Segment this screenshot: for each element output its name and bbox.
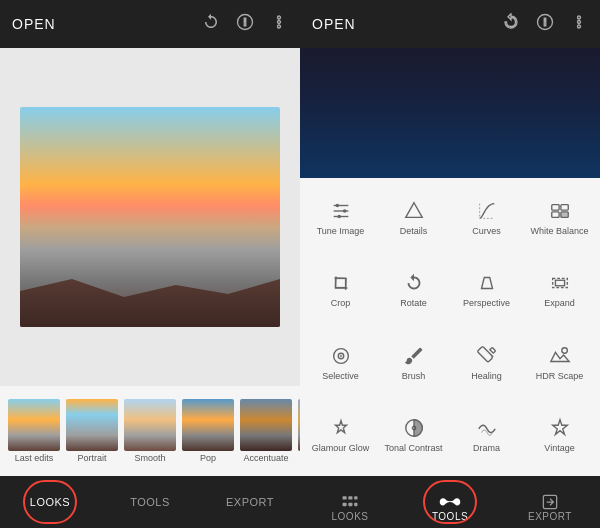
curves-icon	[476, 200, 498, 222]
svg-rect-26	[343, 496, 347, 499]
tool-healing[interactable]: Healing	[450, 327, 523, 400]
tool-hdr-scape[interactable]: HDR Scape	[523, 327, 596, 400]
svg-point-21	[561, 348, 567, 354]
brush-icon	[403, 345, 425, 367]
thumb-label-smooth: Smooth	[134, 453, 165, 463]
right-tab-tools-label: TOOLS	[432, 511, 468, 522]
tool-curves[interactable]: Curves	[450, 182, 523, 255]
tool-brush[interactable]: Brush	[377, 327, 450, 400]
left-image-area	[0, 48, 300, 386]
tool-glamour-glow-label: Glamour Glow	[312, 443, 370, 454]
thumb-img-smooth	[124, 399, 176, 451]
right-title: OPEN	[312, 16, 486, 32]
tool-selective-label: Selective	[322, 371, 359, 382]
svg-marker-6	[405, 203, 422, 218]
tool-white-balance[interactable]: White Balance	[523, 182, 596, 255]
thumb-label-accentuate: Accentuate	[243, 453, 288, 463]
svg-rect-10	[560, 204, 567, 210]
tool-tune-image[interactable]: Tune Image	[304, 182, 377, 255]
thumb-label-portrait: Portrait	[77, 453, 106, 463]
svg-marker-20	[550, 352, 568, 361]
svg-rect-16	[555, 281, 564, 287]
left-top-bar: OPEN	[0, 0, 300, 48]
tool-perspective[interactable]: Perspective	[450, 255, 523, 328]
tool-details[interactable]: Details	[377, 182, 450, 255]
svg-rect-13	[335, 279, 345, 288]
svg-rect-27	[348, 496, 352, 499]
tool-perspective-label: Perspective	[463, 298, 510, 309]
tool-tune-image-label: Tune Image	[317, 226, 365, 237]
info-icon[interactable]	[236, 13, 254, 36]
tool-crop-label: Crop	[331, 298, 351, 309]
svg-point-5	[337, 215, 341, 219]
expand-icon	[549, 272, 571, 294]
svg-rect-9	[551, 204, 558, 210]
tool-expand-label: Expand	[544, 298, 575, 309]
right-dark-bg	[300, 48, 600, 178]
left-panel: OPEN Last edits Port	[0, 0, 300, 528]
thumb-smooth[interactable]: Smooth	[124, 399, 176, 463]
right-more-icon[interactable]	[570, 13, 588, 36]
left-title: OPEN	[12, 16, 186, 32]
thumbnails-row[interactable]: Last edits Portrait Smooth Pop Accentuat…	[0, 386, 300, 476]
rotate-icon[interactable]	[202, 13, 220, 36]
thumb-accentuate[interactable]: Accentuate	[240, 399, 292, 463]
glamour-glow-icon	[330, 417, 352, 439]
right-tab-tools[interactable]: TOOLS	[400, 476, 500, 528]
thumb-img-accentuate	[240, 399, 292, 451]
tool-glamour-glow[interactable]: Glamour Glow	[304, 400, 377, 473]
right-info-icon[interactable]	[536, 13, 554, 36]
healing-icon	[476, 345, 498, 367]
more-vert-icon[interactable]	[270, 13, 288, 36]
right-top-bar: OPEN	[300, 0, 600, 48]
beach-photo	[20, 107, 280, 327]
tool-curves-label: Curves	[472, 226, 501, 237]
thumb-pop[interactable]: Pop	[182, 399, 234, 463]
tool-tonal-contrast[interactable]: Tonal Contrast	[377, 400, 450, 473]
tool-rotate[interactable]: Rotate	[377, 255, 450, 328]
export-tab-icon	[540, 492, 560, 512]
tool-details-label: Details	[400, 226, 428, 237]
svg-marker-25	[552, 420, 567, 435]
svg-rect-31	[354, 503, 357, 506]
tool-hdr-scape-label: HDR Scape	[536, 371, 584, 382]
svg-point-3	[335, 204, 339, 208]
tool-drama[interactable]: Drama	[450, 400, 523, 473]
right-tab-looks-label: LOOKS	[332, 511, 369, 522]
left-tab-export[interactable]: EXPORT	[200, 476, 300, 528]
left-tab-export-label: EXPORT	[226, 496, 274, 508]
svg-rect-28	[354, 496, 357, 499]
tool-tonal-contrast-label: Tonal Contrast	[384, 443, 442, 454]
svg-rect-30	[348, 503, 352, 506]
left-tab-looks[interactable]: LOOKS	[0, 476, 100, 528]
right-tab-export[interactable]: EXPORT	[500, 476, 600, 528]
tune-image-icon	[330, 200, 352, 222]
tool-selective[interactable]: Selective	[304, 327, 377, 400]
thumb-last-edits[interactable]: Last edits	[8, 399, 60, 463]
looks-tab-icon	[340, 492, 360, 512]
right-rotate-icon[interactable]	[502, 13, 520, 36]
svg-point-19	[340, 355, 342, 357]
left-bottom-tabs: LOOKS TOOLS EXPORT	[0, 476, 300, 528]
right-image-area	[300, 48, 600, 178]
thumb-img-pop	[182, 399, 234, 451]
white-balance-icon	[549, 200, 571, 222]
right-tab-looks[interactable]: LOOKS	[300, 476, 400, 528]
vintage-icon	[549, 417, 571, 439]
tool-healing-label: Healing	[471, 371, 502, 382]
selective-icon	[330, 345, 352, 367]
left-tab-tools[interactable]: TOOLS	[100, 476, 200, 528]
right-panel: OPEN	[300, 0, 600, 528]
tool-rotate-label: Rotate	[400, 298, 427, 309]
thumb-portrait[interactable]: Portrait	[66, 399, 118, 463]
thumb-label-last-edits: Last edits	[15, 453, 54, 463]
tool-drama-label: Drama	[473, 443, 500, 454]
tool-crop[interactable]: Crop	[304, 255, 377, 328]
tonal-contrast-icon	[403, 417, 425, 439]
thumb-img-last-edits	[8, 399, 60, 451]
tool-white-balance-label: White Balance	[530, 226, 588, 237]
svg-rect-29	[343, 503, 347, 506]
svg-marker-14	[481, 278, 492, 289]
tool-vintage[interactable]: Vintage	[523, 400, 596, 473]
tool-expand[interactable]: Expand	[523, 255, 596, 328]
